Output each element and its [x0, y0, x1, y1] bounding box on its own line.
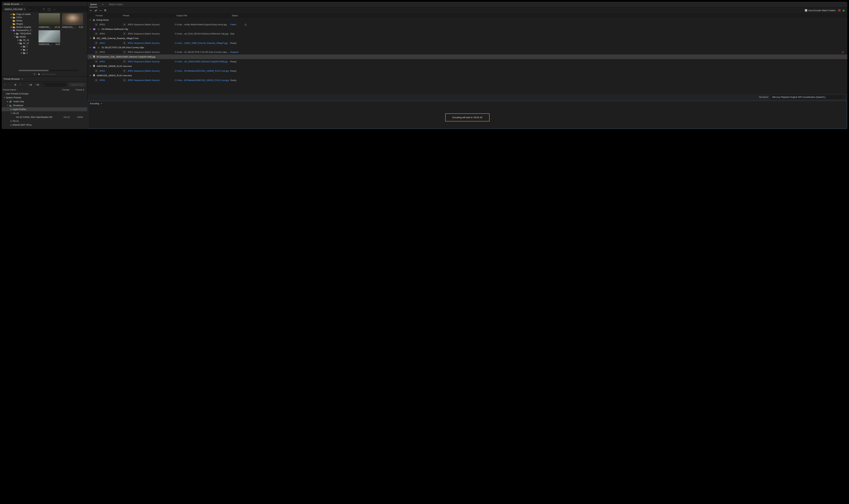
encoding-menu-icon[interactable]: ≡ — [101, 102, 102, 105]
queue-item-preset[interactable]: JPEG Sequence (Match Source) — [128, 79, 160, 82]
tab-queue[interactable]: Queue — [90, 2, 97, 7]
tree-arrow-icon[interactable]: ▶ — [20, 49, 23, 51]
preset-row[interactable]: ▶AS-11 — [2, 119, 87, 123]
tree-scrollbar[interactable] — [19, 70, 79, 71]
preset-dropdown-icon[interactable]: ▼ — [123, 41, 126, 44]
preset-dropdown-icon[interactable]: ▼ — [123, 23, 126, 26]
queue-item[interactable]: ▼JPEG▼JPEG Sequence (Match Source)C:\Use… — [88, 59, 847, 64]
preset-arrow-icon[interactable]: ▼ — [3, 96, 6, 98]
thumb-view-icon[interactable]: ■ — [38, 73, 40, 75]
thumb-size-slider[interactable]: ○──────── — [41, 73, 56, 75]
queue-item-preset[interactable]: JPEG Sequence (Match Source) — [128, 23, 160, 26]
ingest-icon[interactable]: ◯ — [47, 7, 51, 11]
tree-item[interactable]: ▼Media — [2, 35, 37, 38]
list-view-icon[interactable]: ☰◦ — [33, 73, 36, 75]
queue-group[interactable]: ▼00 Dreamers_Edit_1808310085 (Stitched C… — [88, 54, 847, 59]
preset-dropdown-icon[interactable]: ▼ — [123, 60, 126, 63]
tree-item[interactable]: ▼PrPremierePro_F... — [2, 29, 37, 32]
format-dropdown-icon[interactable]: ▼ — [94, 51, 98, 54]
thumbnail-image[interactable] — [39, 13, 60, 25]
duplicate-icon[interactable]: ⧉ — [104, 9, 106, 12]
queue-item-preset[interactable]: JPEG Sequence (Match Source) — [128, 70, 160, 72]
tree-item[interactable]: ▼01_VI — [2, 41, 37, 45]
queue-group[interactable]: ▼▦Going Home — [88, 18, 847, 22]
nav-back-icon[interactable]: ← — [28, 8, 32, 11]
media-thumbnail[interactable]: A006C029_...6:03 — [39, 31, 60, 46]
format-dropdown-icon[interactable]: ▼ — [94, 41, 98, 44]
format-dropdown-icon[interactable]: ▼ — [94, 69, 98, 72]
queue-item[interactable]: ▼JPEG▼JPEG Sequence (Match Source)C:\Use… — [88, 31, 847, 36]
thumbnail-image[interactable] — [39, 31, 60, 42]
preset-arrow-icon[interactable]: ▶ — [10, 120, 13, 122]
preset-arrow-icon[interactable]: ▶ — [6, 101, 9, 103]
new-group-icon[interactable]: ▣ — [14, 83, 17, 86]
queue-group[interactable]: ▼A002C004_160508_R1JC.mov.mov — [88, 64, 847, 69]
filter-icon[interactable]: ▽ — [42, 7, 46, 11]
preset-row[interactable]: ▼📺Broadcast — [2, 103, 87, 107]
format-dropdown-icon[interactable]: ▼ — [94, 79, 98, 82]
tree-arrow-icon[interactable]: ▶ — [17, 39, 19, 41]
group-arrow-icon[interactable]: ▼ — [90, 47, 92, 48]
queue-item-format[interactable]: JPEG — [99, 70, 123, 72]
preset-row[interactable]: ▶Apple ProRes — [2, 107, 87, 111]
format-dropdown-icon[interactable]: ▼ — [94, 32, 98, 35]
tree-item[interactable]: ▶1 — [2, 48, 37, 51]
queue-item-output[interactable]: C:\User…all_2018_IBC\03 DeNoise DeReverb… — [175, 33, 230, 35]
group-arrow-icon[interactable]: ▼ — [90, 19, 92, 21]
queue-item-format[interactable]: JPEG — [99, 79, 123, 82]
tree-arrow-icon[interactable]: ▼ — [14, 36, 16, 38]
preset-arrow-icon[interactable]: ▶ — [10, 108, 13, 110]
start-queue-button[interactable]: ▶ — [843, 8, 845, 12]
queue-menu-icon[interactable]: ≡ — [102, 3, 104, 6]
preset-dropdown-icon[interactable]: ▼ — [123, 69, 126, 72]
tree-arrow-icon[interactable]: ▶ — [10, 13, 13, 15]
preset-arrow-icon[interactable]: ▼ — [6, 105, 9, 106]
tree-arrow-icon[interactable]: ▼ — [17, 42, 19, 44]
tree-item[interactable]: ▶1 — [2, 45, 37, 48]
auto-encode-checkbox[interactable]: ✓ Auto-Encode Watch Folders — [805, 9, 836, 12]
tab-watch-folders[interactable]: Watch Folders — [108, 2, 124, 7]
queue-item-format[interactable]: JPEG — [99, 51, 123, 53]
preset-list[interactable]: User Presets & Groups▼System Presets▶🔊Au… — [2, 92, 87, 129]
tree-item[interactable]: ▶00_AL — [2, 38, 37, 41]
queue-item-format[interactable]: JPEG — [99, 42, 123, 44]
add-preset-icon[interactable]: ＋ — [3, 83, 7, 87]
media-thumbnail[interactable]: A006C002_...12:14 — [39, 13, 60, 29]
preset-row[interactable]: ▼System Presets — [2, 96, 87, 100]
remove-icon[interactable]: — — [99, 9, 102, 12]
group-arrow-icon[interactable]: ▼ — [90, 37, 92, 39]
preset-browser-menu-icon[interactable]: ≡ — [22, 78, 23, 80]
preset-format-header[interactable]: Format — [62, 88, 76, 91]
tree-arrow-icon[interactable]: ▶ — [10, 16, 13, 18]
export-preset-icon[interactable]: ↗▣ — [35, 83, 40, 86]
queue-item-output[interactable]: C:\User…BC\Media\A002C004_160508_R1JC.mo… — [175, 70, 230, 72]
preset-dropdown-icon[interactable]: ▼ — [123, 51, 126, 54]
import-preset-icon[interactable]: ↘▣ — [28, 83, 33, 86]
queue-item-preset[interactable]: JPEG Sequence (Match Source) — [128, 60, 160, 63]
renderer-dropdown[interactable]: Mercury Playback Engine GPU Acceleration… — [771, 95, 845, 99]
tree-item[interactable]: Mogrts — [2, 22, 37, 25]
queue-item-output[interactable]: C:\User…ia\052_AMB_External_Rwanda_Villa… — [175, 42, 230, 44]
tree-item[interactable]: ▶1 — [2, 51, 37, 54]
preset-dropdown-icon[interactable]: ▼ — [123, 32, 126, 35]
preset-row[interactable]: ▶🔊Audio Only — [2, 100, 87, 103]
queue-item-output[interactable]: C:\User…dit_1808310085 (Stitched Clip)[0… — [175, 60, 230, 63]
tree-item[interactable]: ▶*SEQUENC — [2, 32, 37, 35]
tree-arrow-icon[interactable]: ▶ — [20, 46, 23, 48]
preset-arrow-icon[interactable]: ▶ — [10, 124, 13, 126]
group-arrow-icon[interactable]: ▼ — [90, 56, 92, 58]
tree-item[interactable]: Media — [2, 19, 37, 22]
queue-item-format[interactable]: JPEG — [99, 60, 123, 63]
queue-item[interactable]: ▼JPEG▼JPEG Sequence (Match Source)C:\Use… — [88, 22, 847, 27]
preset-name-header[interactable]: Preset Name ↑ — [3, 88, 62, 91]
media-thumbnail[interactable]: A006C023_...0:22 — [62, 13, 83, 29]
format-dropdown-icon[interactable]: ▼ — [94, 60, 98, 63]
preset-row[interactable]: User Presets & Groups — [2, 92, 87, 96]
format-dropdown-icon[interactable]: ▼ — [94, 23, 98, 26]
stop-queue-button[interactable] — [838, 9, 841, 12]
tree-item[interactable]: ▶Motion Graphic — [2, 25, 37, 29]
thumbnail-image[interactable] — [62, 13, 83, 25]
media-tree[interactable]: ▶Copy of media▶CSVsMediaMogrts▶Motion Gr… — [2, 12, 37, 70]
preset-dropdown-icon[interactable]: ▼ — [123, 79, 126, 82]
tree-arrow-icon[interactable]: ▶ — [14, 33, 16, 35]
